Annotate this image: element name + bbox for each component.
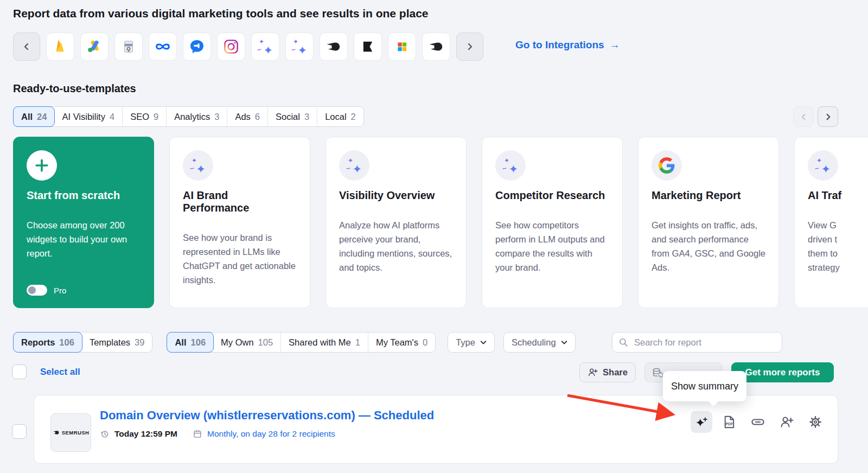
tab-label: Ads	[235, 112, 250, 122]
integration-flag-tile[interactable]	[354, 33, 382, 61]
tab-count: 1	[355, 337, 360, 348]
card-marketing-report[interactable]: Marketing Report Get insights on traffic…	[638, 137, 779, 308]
tab-templates[interactable]: Templates 39	[82, 333, 152, 352]
tab-count: 4	[110, 112, 114, 122]
report-schedule-link[interactable]: Monthly, on day 28 for 2 recipients	[207, 429, 335, 439]
report-row: SEMRUSH Domain Overview (whistlerreserva…	[34, 395, 838, 464]
show-summary-button[interactable]: ✦+	[691, 411, 712, 433]
templates-heading: Ready-to-use-templates	[13, 82, 136, 95]
tab-label: AI Visibility	[62, 112, 105, 122]
integration-microsoft-tile[interactable]	[388, 33, 416, 61]
instagram-icon	[222, 38, 240, 55]
card-ai-traffic[interactable]: ✦✦~ AI Traf View G driven t them to stra…	[794, 137, 868, 308]
firebase-icon	[52, 38, 69, 55]
tab-label: All	[175, 337, 186, 348]
share-button[interactable]: Share	[579, 362, 636, 382]
integration-firebase-tile[interactable]	[46, 33, 74, 61]
arrow-right-icon: →	[610, 39, 620, 51]
select-all-label[interactable]: Select all	[40, 367, 80, 378]
card-start-from-scratch[interactable]: Start from scratch Choose among over 200…	[13, 137, 154, 308]
get-more-reports-button[interactable]: Get more reports	[731, 362, 834, 382]
ai-sparkles-icon: ✦✦~	[291, 39, 308, 55]
ai-sparkles-icon: ✦✦~	[346, 157, 362, 174]
semrush-comet-icon	[53, 429, 60, 436]
tab-all[interactable]: All 24	[13, 106, 55, 127]
report-row-checkbox[interactable]	[12, 424, 27, 439]
integration-ai-sparkles-tile-2[interactable]: ✦✦~	[285, 33, 314, 61]
tab-social[interactable]: Social 3	[268, 107, 317, 126]
tab-seo[interactable]: SEO 9	[123, 107, 167, 126]
integration-meta-tile[interactable]	[149, 33, 177, 61]
tab-ai-visibility[interactable]: AI Visibility 4	[54, 107, 123, 126]
tab-count: 3	[214, 112, 219, 122]
card-title: Start from scratch	[27, 189, 141, 202]
integrations-carousel: ✦✦~ ✦✦~	[13, 33, 483, 61]
integration-instagram-tile[interactable]	[217, 33, 245, 61]
chat-tool-icon	[188, 38, 206, 55]
report-title-link[interactable]: Domain Overview (whistlerreservations.co…	[100, 408, 434, 423]
search-icon	[618, 337, 629, 348]
card-description: Choose among over 200 widgets to build y…	[27, 218, 141, 260]
report-search	[612, 332, 782, 353]
tab-label: All	[21, 112, 33, 122]
pro-toggle[interactable]	[27, 285, 47, 296]
copy-link-icon[interactable]	[751, 415, 765, 429]
tab-count: 105	[258, 337, 273, 348]
tab-my-own[interactable]: My Own 105	[213, 333, 281, 352]
integration-chat-tool-tile[interactable]	[183, 33, 211, 61]
tab-label: My Team's	[376, 337, 418, 348]
settings-gear-icon[interactable]	[808, 415, 822, 429]
select-all-checkbox[interactable]	[12, 365, 27, 379]
tab-label: Local	[325, 112, 346, 122]
templates-scroll-next-button[interactable]	[818, 106, 838, 127]
microsoft-icon	[394, 39, 410, 54]
tab-local[interactable]: Local 2	[317, 107, 363, 126]
tab-label: Social	[276, 112, 300, 122]
toolbox-icon	[120, 38, 137, 55]
tab-all-reports[interactable]: All 106	[167, 332, 214, 353]
integration-google-ads-tile[interactable]	[80, 33, 108, 61]
card-competitor-research[interactable]: ✦✦~ Competitor Research See how competit…	[482, 137, 623, 308]
card-description: View G driven t them to strategy	[808, 218, 868, 274]
scheduling-dropdown[interactable]: Scheduling	[503, 332, 576, 353]
pro-toggle-label: Pro	[54, 286, 66, 295]
semrush-comet-icon	[428, 39, 444, 55]
carousel-next-button[interactable]	[456, 33, 483, 61]
carousel-prev-button[interactable]	[13, 33, 40, 61]
integration-semrush-tile[interactable]	[320, 33, 348, 61]
report-thumbnail[interactable]: SEMRUSH	[50, 413, 91, 452]
integration-ai-sparkles-tile[interactable]: ✦✦~	[251, 33, 279, 61]
tab-count: 3	[304, 112, 309, 122]
add-user-icon[interactable]	[780, 415, 794, 429]
view-tabs: Reports 106 Templates 39	[13, 332, 152, 353]
ai-sparkles-icon: ✦✦~	[502, 157, 519, 174]
tab-count: 9	[154, 112, 158, 122]
integration-semrush-tile-2[interactable]	[422, 33, 450, 61]
tab-count: 106	[191, 337, 206, 348]
tab-label: Analytics	[174, 112, 210, 122]
tab-count: 24	[37, 112, 47, 122]
templates-scroll-prev-button	[793, 106, 814, 127]
card-ai-brand-performance[interactable]: ✦✦~ AI Brand Performance See how your br…	[169, 137, 310, 308]
tab-shared-with-me[interactable]: Shared with Me 1	[281, 333, 368, 352]
tab-ads[interactable]: Ads 6	[227, 107, 268, 126]
integration-toolbox-tile[interactable]	[114, 33, 143, 61]
tab-my-teams[interactable]: My Team's 0	[368, 333, 435, 352]
chevron-left-icon	[800, 113, 807, 120]
pdf-icon[interactable]	[722, 415, 736, 429]
report-meta: Today 12:59 PM Monthly, on day 28 for 2 …	[100, 429, 335, 439]
tab-label: SEO	[130, 112, 149, 122]
card-visibility-overview[interactable]: ✦✦~ Visibility Overview Analyze how AI p…	[326, 137, 467, 308]
card-title: Marketing Report	[652, 189, 765, 202]
go-to-integrations-link[interactable]: Go to Integrations →	[515, 39, 620, 51]
tab-label: Templates	[90, 337, 130, 348]
ai-sparkles-icon: ✦✦~	[815, 157, 831, 174]
tab-reports[interactable]: Reports 106	[13, 332, 82, 353]
search-input[interactable]	[612, 332, 782, 353]
chevron-right-icon	[466, 43, 474, 50]
chevron-left-icon	[23, 43, 30, 50]
ownership-filter-tabs: All 106 My Own 105 Shared with Me 1 My T…	[167, 332, 436, 353]
tab-analytics[interactable]: Analytics 3	[167, 107, 227, 126]
type-dropdown[interactable]: Type	[448, 332, 495, 353]
google-g-icon	[659, 157, 675, 174]
